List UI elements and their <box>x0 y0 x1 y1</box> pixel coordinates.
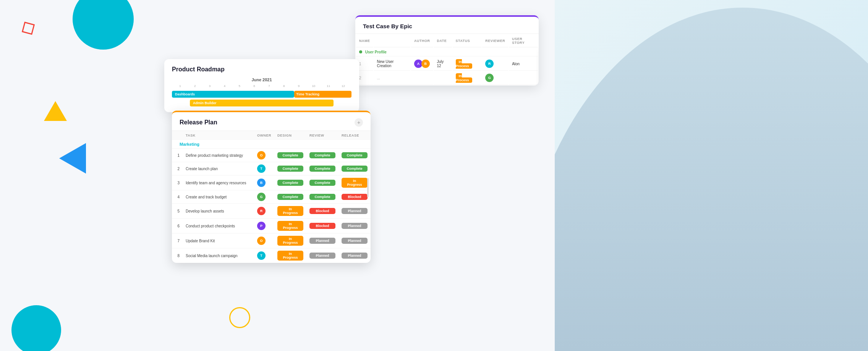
design-3: Complete <box>274 176 306 190</box>
table-row-2: 2 Create launch plan T Complete Complete… <box>172 162 371 176</box>
row-num-4: 4 <box>172 190 183 204</box>
roadmap-month: June 2021 <box>172 77 351 82</box>
badge-review-8: Planned <box>309 253 335 259</box>
badge-design-6: In Progress <box>277 221 303 231</box>
badge-release-1: Complete <box>342 152 368 158</box>
reviewer-row2: G <box>482 71 508 85</box>
table-row-7: 7 Update Brand Kit O In Progress Planned… <box>172 233 371 248</box>
badge-release-3: In Progress <box>342 178 368 188</box>
person-background <box>555 0 868 351</box>
owner-avatar-1: O <box>257 151 266 159</box>
badge-review-6: Blocked <box>309 223 335 229</box>
table-row-1: 1 Define product marketing strategy O Co… <box>172 149 371 162</box>
design-5: In Progress <box>274 204 306 219</box>
release-5: Planned <box>338 204 371 219</box>
bar-track-dashboards: Dashboards Time Tracking <box>172 91 351 98</box>
col-release-header: RELEASE <box>338 131 371 140</box>
row-num-7: 7 <box>172 233 183 248</box>
scroll-indicator <box>367 178 369 197</box>
task-name: New User Creation <box>374 57 411 71</box>
owner-avatar-7: O <box>257 237 266 245</box>
table-row-5: 5 Develop launch assets R In Progress Bl… <box>172 204 371 219</box>
date-cell: July 12 <box>434 57 452 71</box>
test-case-card: Test Case By Epic NAME AUTHOR DATE STATU… <box>355 15 539 85</box>
bar-admin-builder: Admin Builder <box>190 100 334 106</box>
decorative-triangle-orange <box>44 101 67 121</box>
col-reviewer: REVIEWER <box>482 35 508 47</box>
badge-design-4: Complete <box>277 194 303 200</box>
bar-label-admin: Admin Builder <box>193 101 217 105</box>
author-avatar: A B <box>411 57 433 71</box>
num-9: 9 <box>291 84 306 88</box>
roadmap-bars: Dashboards Time Tracking Admin Builder <box>172 91 351 106</box>
owner-6: P <box>254 219 274 233</box>
owner-avatar-5: R <box>257 207 266 215</box>
user-profile-label: User Profile <box>356 48 538 56</box>
num-4: 4 <box>217 84 232 88</box>
decorative-square-red <box>22 22 35 35</box>
release-plan-card: Release Plan + TASK OWNER DESIGN REVIEW … <box>172 111 371 263</box>
task-name-2: Create launch plan <box>183 162 254 176</box>
bar-label-dashboards: Dashboards <box>175 92 195 96</box>
col-review-header: REVIEW <box>306 131 338 140</box>
row-num-3: 3 <box>172 176 183 190</box>
release-plan-header: Release Plan + <box>172 112 371 131</box>
owner-avatar-4: G <box>257 193 266 201</box>
add-button[interactable]: + <box>355 118 363 127</box>
bar-label-time-tracking: Time Tracking <box>296 92 319 96</box>
table-row: 1 New User Creation A B July 12 In Proce… <box>356 57 538 71</box>
owner-avatar-6: P <box>257 222 266 230</box>
badge-release-8: Planned <box>342 253 368 259</box>
status-badge: In Process <box>456 73 472 83</box>
badge-design-7: In Progress <box>277 236 303 246</box>
badge-review-1: Complete <box>309 152 335 158</box>
num-10: 10 <box>306 84 321 88</box>
user-dot <box>359 50 362 53</box>
row-num-8: 8 <box>172 248 183 263</box>
badge-release-6: Planned <box>342 223 368 229</box>
user-profile-section: User Profile <box>356 48 538 56</box>
review-3: Complete <box>306 176 338 190</box>
avatar: B <box>421 60 430 68</box>
badge-design-1: Complete <box>277 152 303 158</box>
table-header-row: TASK OWNER DESIGN REVIEW RELEASE <box>172 131 371 140</box>
row-content: ... <box>374 71 433 85</box>
task-name-3: Identify team and agency resources <box>183 176 254 190</box>
col-status: STATUS <box>453 35 482 47</box>
decorative-circle-top <box>73 0 134 50</box>
owner-1: O <box>254 149 274 162</box>
release-plan-title: Release Plan <box>180 119 217 126</box>
task-name-1: Define product marketing strategy <box>183 149 254 162</box>
row-num-2: 2 <box>172 162 183 176</box>
roadmap-numbers: 1 2 3 4 5 6 7 8 9 10 11 12 <box>172 84 351 88</box>
badge-release-4: Blocked <box>342 194 368 200</box>
col-author: AUTHOR <box>411 35 433 47</box>
status-cell: In Process <box>453 57 482 71</box>
badge-review-4: Complete <box>309 194 335 200</box>
roadmap-title: Product Roadmap <box>172 66 351 73</box>
release-2: Complete <box>338 162 371 176</box>
bar-row-2: Admin Builder <box>172 100 351 106</box>
col-name: NAME <box>356 35 373 47</box>
badge-design-3: Complete <box>277 180 303 186</box>
review-6: Blocked <box>306 219 338 233</box>
task-name-4: Create and track budget <box>183 190 254 204</box>
design-4: Complete <box>274 190 306 204</box>
section-label-marketing: Marketing <box>172 140 371 149</box>
badge-review-2: Complete <box>309 166 335 172</box>
col-num-header <box>172 131 183 140</box>
user-story-cell: Alon <box>509 57 538 71</box>
num-7: 7 <box>262 84 277 88</box>
empty <box>434 71 452 85</box>
badge-design-8: In Progress <box>277 251 303 261</box>
num-5: 5 <box>232 84 247 88</box>
decorative-triangle-blue <box>59 143 86 174</box>
col-design-header: DESIGN <box>274 131 306 140</box>
badge-review-3: Complete <box>309 180 335 186</box>
num-2: 2 <box>188 84 202 88</box>
owner-7: O <box>254 233 274 248</box>
design-8: In Progress <box>274 248 306 263</box>
num-11: 11 <box>321 84 336 88</box>
user-story-row2 <box>509 71 538 85</box>
num-8: 8 <box>277 84 291 88</box>
